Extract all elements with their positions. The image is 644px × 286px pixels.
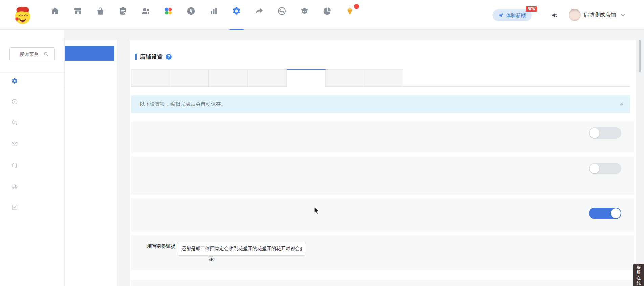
nav-item-order[interactable] xyxy=(112,0,134,30)
sidebar-item-mail[interactable] xyxy=(0,137,65,151)
submenu-item[interactable] xyxy=(65,90,114,104)
toggle-knob xyxy=(590,128,599,138)
id-prompt-label-line1: 填写身份证提 xyxy=(147,243,176,249)
nav-item-marketing[interactable] xyxy=(157,0,180,30)
submenu-item[interactable] xyxy=(65,250,114,265)
setting-row xyxy=(131,198,634,232)
mail-icon xyxy=(11,141,18,147)
scrm-icon xyxy=(323,6,332,16)
nav-item-home[interactable] xyxy=(44,0,66,30)
primary-sidebar: ¥ xyxy=(0,30,65,286)
toggle-knob xyxy=(590,164,599,173)
autosave-banner: 以下设置项，编辑完成后会自动保存。 × xyxy=(131,95,630,113)
tab-4[interactable] xyxy=(248,69,287,87)
submenu-item[interactable] xyxy=(65,221,114,236)
order-icon xyxy=(118,6,128,16)
member-icon xyxy=(141,6,150,16)
app-logo-icon[interactable] xyxy=(12,5,32,25)
headset-icon xyxy=(11,162,18,168)
secondary-sidebar xyxy=(65,40,117,286)
search-icon xyxy=(43,51,49,57)
miniprogram-icon xyxy=(277,6,286,16)
setting-row xyxy=(131,122,634,153)
customer-service-tab[interactable]: 客服在线 xyxy=(633,264,644,286)
settings-panel: 店铺设置 ? 以下设置项，编辑完成后会自动保存。 × 填写身份证提 示: xyxy=(130,40,636,286)
toggle-off[interactable] xyxy=(589,163,621,174)
submenu-item[interactable] xyxy=(65,192,114,206)
promo-icon xyxy=(254,6,264,16)
page-title: 店铺设置 xyxy=(140,53,163,61)
gear-icon xyxy=(11,78,18,84)
tab-5[interactable] xyxy=(287,69,326,87)
truck-icon xyxy=(11,183,18,190)
chart-icon xyxy=(11,204,18,211)
nav-item-finance[interactable]: ¥ xyxy=(180,0,202,30)
sidebar-item-headset[interactable] xyxy=(0,158,65,172)
svg-text:¥: ¥ xyxy=(13,100,16,103)
sidebar-item-truck[interactable] xyxy=(0,180,65,193)
speaker-icon[interactable] xyxy=(551,12,558,19)
submenu-item[interactable] xyxy=(65,75,114,90)
tab-3[interactable] xyxy=(209,69,248,87)
submenu-item[interactable] xyxy=(65,134,114,148)
id-prompt-row: 填写身份证提 示: xyxy=(131,235,634,270)
toggle-off[interactable] xyxy=(589,127,621,139)
sidebar-item-gear[interactable] xyxy=(0,72,65,89)
nav-item-scrm[interactable] xyxy=(316,0,338,30)
hot-badge xyxy=(354,4,359,9)
id-prompt-label-line2: 示: xyxy=(209,256,215,262)
submenu-item[interactable] xyxy=(65,148,114,163)
shop-name-dropdown[interactable]: 启博测试店铺 xyxy=(583,0,616,30)
nav-item-product[interactable] xyxy=(89,0,112,30)
submenu-item[interactable] xyxy=(65,119,114,134)
nav-item-data[interactable] xyxy=(202,0,225,30)
home-icon xyxy=(50,6,60,16)
tab-6[interactable] xyxy=(326,69,364,87)
sidebar-item-money[interactable]: ¥ xyxy=(0,95,65,108)
avatar[interactable] xyxy=(569,9,581,21)
id-prompt-input[interactable] xyxy=(177,242,306,256)
submenu-item[interactable] xyxy=(65,104,114,119)
tab-1[interactable] xyxy=(131,69,170,87)
experience-new-label: 体验新版 xyxy=(506,12,526,19)
help-icon[interactable]: ? xyxy=(166,54,172,60)
nav-item-miniprogram[interactable] xyxy=(270,0,293,30)
market-icon xyxy=(345,6,354,16)
store-icon xyxy=(73,6,82,16)
toggle-on[interactable] xyxy=(589,208,621,219)
nav-item-settings[interactable] xyxy=(225,0,248,30)
nav-item-market[interactable] xyxy=(338,0,361,30)
nav-item-academy[interactable] xyxy=(293,0,316,30)
sidebar-item-wechat[interactable] xyxy=(0,116,65,129)
chevron-down-icon[interactable] xyxy=(621,14,625,17)
close-icon[interactable]: × xyxy=(620,101,623,107)
next-setting-row-partial xyxy=(131,280,634,286)
wechat-icon xyxy=(11,119,18,126)
submenu-item[interactable] xyxy=(65,46,114,61)
settings-tabs xyxy=(131,69,630,87)
nav-item-store[interactable] xyxy=(66,0,89,30)
tab-2[interactable] xyxy=(170,69,209,87)
submenu-item[interactable] xyxy=(65,177,114,192)
tab-7[interactable] xyxy=(364,69,403,87)
sidebar-item-chart[interactable] xyxy=(0,201,65,214)
scrollbar-thumb[interactable] xyxy=(639,40,641,72)
finance-icon: ¥ xyxy=(186,6,196,16)
title-accent-bar xyxy=(135,54,137,60)
new-badge: NEW xyxy=(526,6,537,12)
marketing-icon xyxy=(164,6,173,16)
rocket-icon xyxy=(498,13,504,18)
submenu-item[interactable] xyxy=(65,236,114,250)
nav-item-promo[interactable] xyxy=(248,0,270,30)
svg-text:¥: ¥ xyxy=(190,8,193,14)
submenu-item[interactable] xyxy=(65,206,114,221)
submenu-item[interactable] xyxy=(65,61,114,75)
nav-item-member[interactable] xyxy=(134,0,157,30)
submenu-item[interactable] xyxy=(65,163,114,177)
top-navbar: ¥ 体验新版 NEW 启博测试店铺 xyxy=(0,0,644,30)
academy-icon xyxy=(300,6,309,16)
settings-icon xyxy=(232,6,241,16)
main-nav: ¥ xyxy=(44,0,361,30)
autosave-banner-text: 以下设置项，编辑完成后会自动保存。 xyxy=(140,101,226,107)
data-icon xyxy=(209,6,218,16)
